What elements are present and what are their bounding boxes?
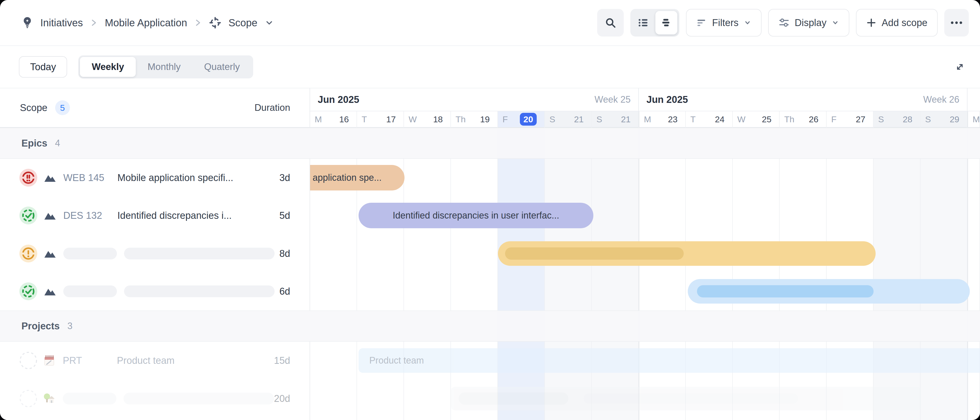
- issue-id[interactable]: WEB 145: [63, 172, 118, 183]
- table-row[interactable]: WEB 145 Mobile application specifi... 3d: [0, 159, 310, 197]
- chevron-right-icon: [90, 18, 98, 28]
- timeline-toolbar: Today Weekly Monthly Quaterly: [0, 46, 980, 88]
- chevron-right-icon: [194, 18, 202, 28]
- day-letter: W: [409, 115, 417, 124]
- breadcrumb-initiatives[interactable]: Initiatives: [40, 17, 83, 29]
- week-26-header: Jun 2025 Week 26: [639, 88, 967, 111]
- day-header-cell[interactable]: Th19: [451, 111, 497, 128]
- display-button[interactable]: Display: [768, 9, 850, 37]
- day-letter: M: [315, 115, 322, 124]
- gantt-bar-product-team[interactable]: Product team: [359, 348, 980, 373]
- day-letter: W: [737, 115, 746, 124]
- timeline-view-button[interactable]: [655, 11, 677, 35]
- section-header-projects[interactable]: Projects 3: [0, 310, 980, 342]
- week-number-label: Week 25: [595, 94, 631, 105]
- add-scope-button[interactable]: Add scope: [856, 9, 938, 37]
- section-count: 4: [55, 138, 60, 149]
- day-header-cell[interactable]: S28: [873, 111, 920, 128]
- day-header-cell[interactable]: S29: [921, 111, 967, 128]
- list-icon: [638, 17, 649, 28]
- tab-monthly[interactable]: Monthly: [136, 57, 192, 77]
- section-title: Projects: [21, 321, 60, 332]
- skeleton-id: [63, 393, 116, 404]
- day-letter: S: [878, 115, 884, 124]
- search-button[interactable]: [597, 9, 624, 37]
- month-label: Jun 2025: [646, 94, 688, 105]
- table-row[interactable]: PRT Product team 15d: [0, 342, 310, 379]
- status-placeholder-icon: [19, 390, 37, 407]
- day-letter: S: [925, 115, 931, 124]
- list-view-button[interactable]: [632, 11, 654, 35]
- day-header-cell[interactable]: F20: [498, 111, 544, 128]
- duration-value: 3d: [280, 172, 290, 183]
- breadcrumb-project[interactable]: Mobile Application: [105, 17, 187, 29]
- filters-button[interactable]: Filters: [686, 9, 761, 37]
- expand-icon[interactable]: [954, 61, 966, 73]
- section-header-epics[interactable]: Epics 4: [0, 128, 980, 159]
- today-button[interactable]: Today: [19, 56, 67, 78]
- add-scope-label: Add scope: [881, 18, 928, 28]
- house-tree-icon: [43, 392, 56, 405]
- table-row[interactable]: DES 132 Identified discrepancies i... 5d: [0, 197, 310, 234]
- more-button[interactable]: [944, 9, 969, 37]
- duration-value: 15d: [274, 355, 290, 366]
- calendar-icon: [43, 354, 56, 367]
- chevron-down-icon[interactable]: [265, 18, 274, 27]
- day-number: 27: [856, 115, 865, 124]
- issue-title[interactable]: Identified discrepancies i...: [118, 210, 266, 221]
- day-header-cell[interactable]: T17: [357, 111, 404, 128]
- gantt-bar-epic-4[interactable]: [688, 279, 970, 304]
- day-header-cell[interactable]: M: [968, 111, 980, 128]
- day-number: 25: [762, 115, 772, 124]
- day-number: 21: [574, 115, 584, 124]
- duration-value: 6d: [280, 286, 290, 297]
- day-letter: S: [549, 115, 555, 124]
- ellipsis-icon: [950, 21, 963, 24]
- day-header-cell[interactable]: M23: [639, 111, 685, 128]
- day-letter: S: [597, 115, 602, 124]
- day-letter: T: [690, 115, 696, 124]
- scope-column-header: Scope: [20, 102, 48, 113]
- day-header-cell[interactable]: W18: [404, 111, 450, 128]
- duration-value: 5d: [280, 210, 290, 221]
- day-header-cell[interactable]: F27: [827, 111, 873, 128]
- day-header-cell[interactable]: Th26: [780, 111, 826, 128]
- day-header-cell[interactable]: T24: [686, 111, 732, 128]
- epic-icon: [44, 287, 56, 296]
- day-header-cell[interactable]: M16: [310, 111, 356, 128]
- week-25-header: Jun 2025 Week 25: [310, 88, 639, 111]
- table-header: Scope 5 Duration: [0, 88, 310, 128]
- epic-icon: [44, 173, 56, 182]
- status-done-icon: [19, 282, 37, 300]
- day-number: 29: [950, 115, 959, 124]
- table-row[interactable]: 20d: [0, 380, 310, 417]
- project-title[interactable]: Product team: [117, 355, 265, 366]
- gantt-bar-des-132[interactable]: Identified discrepancies in user interfa…: [359, 203, 593, 228]
- day-letter: Th: [455, 115, 466, 124]
- breadcrumb-page[interactable]: Scope: [228, 17, 257, 29]
- section-count: 3: [67, 321, 73, 331]
- gantt-bar-project-2[interactable]: [451, 387, 921, 410]
- skeleton-title: [124, 393, 274, 404]
- week-number-label: Week 26: [923, 94, 959, 105]
- day-header-cell[interactable]: S21: [545, 111, 591, 128]
- gantt-bar-web-145[interactable]: application spe...: [310, 165, 404, 191]
- day-number: 19: [480, 115, 490, 124]
- day-header-cell[interactable]: W25: [733, 111, 779, 128]
- gantt-bar-epic-3[interactable]: [498, 241, 876, 266]
- project-id[interactable]: PRT: [63, 355, 117, 366]
- day-header-cell[interactable]: S21: [592, 111, 638, 128]
- view-mode-toggle: [630, 9, 679, 37]
- gantt-icon: [661, 17, 672, 28]
- table-row[interactable]: 8d: [0, 235, 310, 272]
- tab-weekly[interactable]: Weekly: [80, 57, 136, 77]
- day-number: 17: [386, 115, 396, 124]
- issue-id[interactable]: DES 132: [63, 210, 118, 221]
- status-warning-icon: [19, 245, 37, 262]
- table-row[interactable]: 6d: [0, 272, 310, 310]
- issue-title[interactable]: Mobile application specifi...: [118, 172, 266, 183]
- day-number: 28: [903, 115, 912, 124]
- day-number: 18: [433, 115, 443, 124]
- day-number: 21: [621, 115, 631, 124]
- tab-quaterly[interactable]: Quaterly: [192, 57, 251, 77]
